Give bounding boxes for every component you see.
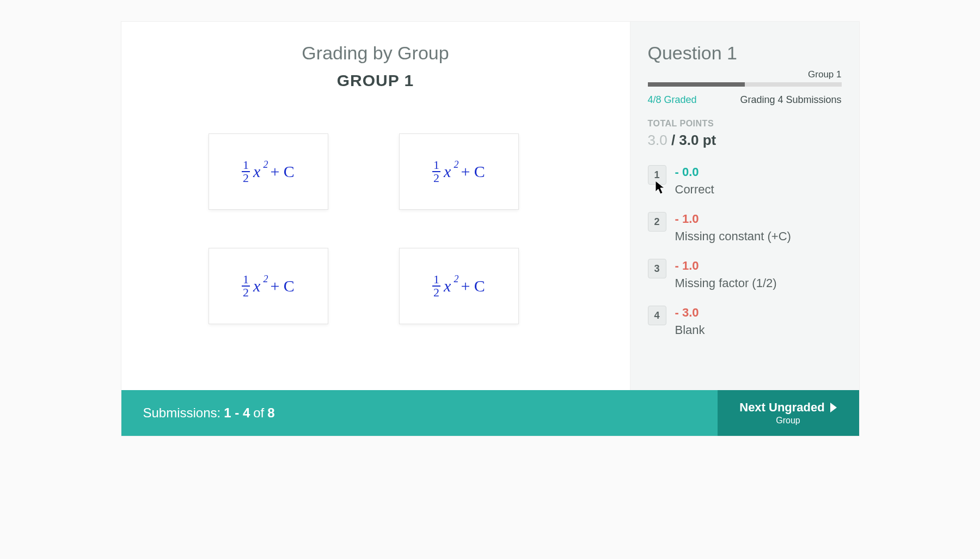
chevron-right-icon [830,403,837,412]
progress-row: 4/8 Graded Grading 4 Submissions [648,94,842,106]
progress-bar [648,82,842,87]
rubric-desc: Blank [675,323,705,337]
points-row: 3.0 / 3.0 pt [648,132,842,149]
sidebar-group-label: Group 1 [648,69,842,80]
grading-sidebar: Question 1 Group 1 4/8 Graded Grading 4 … [630,22,859,390]
rubric-item-correct[interactable]: 1 - 0.0 Correct [648,165,842,197]
rubric-list: 1 - 0.0 Correct 2 - 1.0 Missing constant… [648,165,842,337]
points-divider: / [667,132,679,148]
next-ungraded-sublabel: Group [776,416,800,426]
rubric-key: 2 [648,212,666,232]
content-row: Grading by Group GROUP 1 12 x2 + C 12 x2… [121,22,859,390]
app-frame: Grading by Group GROUP 1 12 x2 + C 12 x2… [121,22,859,436]
rubric-key: 4 [648,306,666,325]
points-earned: 3.0 [648,132,667,148]
progress-fill [648,82,745,87]
rubric-key: 3 [648,259,666,278]
submission-answer: 12 x2 + C [432,159,485,184]
rubric-desc: Missing constant (+C) [675,229,791,244]
submission-answer: 12 x2 + C [432,274,485,299]
submission-card[interactable]: 12 x2 + C [399,248,519,324]
submissions-grid: 12 x2 + C 12 x2 + C 12 x2 [209,133,608,324]
points-max: 3.0 pt [679,132,716,148]
next-ungraded-label: Next Ungraded [739,400,824,415]
rubric-points: - 1.0 [675,259,777,273]
page-title: Grading by Group [143,42,608,64]
footer-bar: Submissions: 1 - 4 of 8 Next Ungraded Gr… [121,390,859,436]
submissions-label: Submissions: [143,405,221,421]
submission-answer: 12 x2 + C [242,274,295,299]
rubric-item-missing-constant[interactable]: 2 - 1.0 Missing constant (+C) [648,212,842,244]
footer-submissions: Submissions: 1 - 4 of 8 [121,390,718,436]
rubric-item-missing-factor[interactable]: 3 - 1.0 Missing factor (1/2) [648,259,842,290]
main-pane: Grading by Group GROUP 1 12 x2 + C 12 x2… [121,22,630,390]
submissions-total: 8 [267,405,274,421]
rubric-desc: Correct [675,183,714,197]
submissions-range: 1 - 4 [224,405,250,421]
rubric-points: - 1.0 [675,212,791,226]
rubric-item-blank[interactable]: 4 - 3.0 Blank [648,306,842,337]
group-name: GROUP 1 [143,71,608,90]
submission-card[interactable]: 12 x2 + C [209,133,328,210]
next-ungraded-button[interactable]: Next Ungraded Group [718,390,859,436]
grading-count: Grading 4 Submissions [740,94,841,106]
question-title: Question 1 [648,42,842,64]
rubric-desc: Missing factor (1/2) [675,276,777,290]
submission-card[interactable]: 12 x2 + C [399,133,519,210]
graded-count: 4/8 Graded [648,94,697,106]
rubric-points: - 0.0 [675,165,714,179]
submissions-of: of [253,405,264,421]
submission-card[interactable]: 12 x2 + C [209,248,328,324]
rubric-key: 1 [648,165,666,185]
total-points-label: TOTAL POINTS [648,119,842,129]
submission-answer: 12 x2 + C [242,159,295,184]
rubric-points: - 3.0 [675,306,705,320]
